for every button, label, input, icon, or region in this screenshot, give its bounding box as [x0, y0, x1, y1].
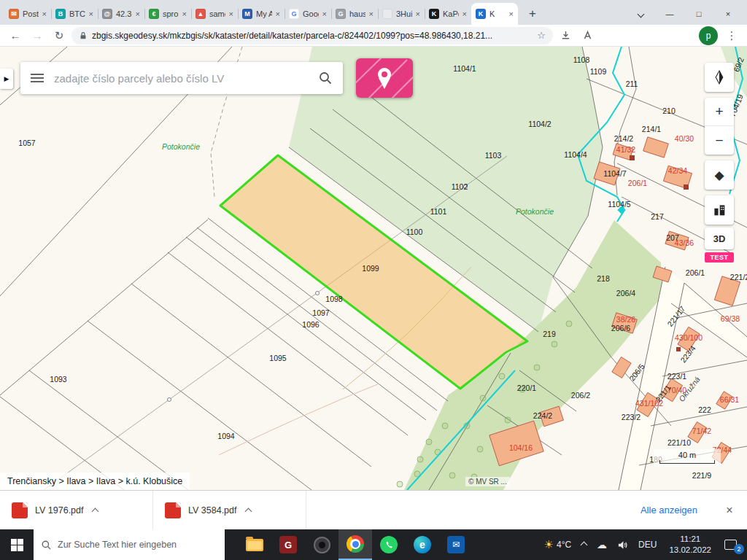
tab-close-button[interactable]: × — [416, 9, 420, 18]
onedrive-button[interactable]: ☁ — [592, 529, 612, 560]
tab-close-button[interactable]: × — [182, 9, 187, 18]
scale-label: 40 m — [678, 451, 696, 459]
tab-favicon-icon: @ — [102, 9, 112, 19]
tab-title: My A — [256, 9, 272, 18]
browser-tab[interactable]: BBTC (× — [51, 3, 98, 25]
show-all-downloads-button[interactable]: Alle anzeigen — [626, 491, 712, 529]
g-app-button[interactable]: G — [271, 529, 305, 560]
map-parcel-label: 219 — [543, 330, 556, 338]
map-parcel-label: 223/1 — [667, 372, 686, 381]
tab-search-button[interactable] — [626, 3, 655, 25]
address-bar[interactable]: zbgis.skgeodesy.sk/mkzbgis/sk/kataster/d… — [71, 27, 553, 44]
windows-logo-icon — [11, 539, 23, 551]
tab-title: same — [209, 9, 225, 18]
window-minimize-button[interactable]: — — [655, 3, 684, 25]
browser-tab[interactable]: MMy A× — [238, 3, 285, 25]
taskbar-search[interactable] — [34, 529, 225, 560]
three-d-button[interactable]: 3D — [705, 228, 734, 249]
new-tab-button[interactable]: + — [522, 4, 543, 24]
layers-button[interactable]: ◆ — [705, 160, 734, 190]
browser-tab[interactable]: 3Hui× — [378, 3, 425, 25]
map-parcel-label: 1094 — [217, 432, 235, 440]
browser-tab[interactable]: €spros× — [144, 3, 191, 25]
tab-title: 42.36 — [116, 9, 132, 18]
translate-button[interactable] — [578, 26, 597, 45]
tab-close-button[interactable]: × — [322, 9, 327, 18]
tab-favicon-icon: K — [429, 9, 439, 19]
browser-tab[interactable]: GGoog× — [285, 3, 331, 25]
browser-tab[interactable]: KKaPo× — [425, 3, 471, 25]
chrome-button[interactable] — [338, 529, 372, 560]
tab-title: Goog — [303, 9, 319, 18]
bookmark-star-icon[interactable]: ☆ — [537, 30, 546, 41]
tab-close-button[interactable]: × — [369, 9, 374, 18]
tab-close-button[interactable]: × — [229, 9, 233, 18]
tab-close-button[interactable]: × — [509, 9, 514, 18]
edge-icon: e — [414, 536, 431, 553]
tray-expand-button[interactable] — [576, 529, 592, 560]
map-parcel-label: 1109 — [590, 67, 607, 76]
download-expand-button[interactable] — [91, 501, 99, 520]
parcel-search-bar[interactable] — [20, 62, 343, 94]
volume-button[interactable] — [612, 529, 633, 560]
map-canvas[interactable]: 1057Potokončie10931094109510961097109810… — [0, 47, 747, 490]
browser-tab[interactable]: Ghausl× — [331, 3, 378, 25]
download-item[interactable]: LV 1976.pdf — [0, 491, 153, 529]
basemap-switcher-thumbnail[interactable] — [356, 58, 413, 98]
map-attribution: © MV SR ... — [465, 477, 510, 486]
window-controls: — □ × — [626, 3, 743, 25]
tab-title: Poste — [23, 9, 39, 18]
parcel-search-input[interactable] — [54, 72, 308, 85]
zoom-in-button[interactable]: + — [705, 98, 734, 126]
window-maximize-button[interactable]: □ — [684, 3, 713, 25]
system-tray: ☀ 4°C ☁ DEU 11:21 13.02.2022 2 — [539, 529, 747, 560]
forward-button[interactable]: → — [28, 26, 47, 45]
back-button[interactable]: ← — [6, 26, 25, 45]
window-close-button[interactable]: × — [713, 3, 743, 25]
map-parcel-label: 1104/1 — [453, 64, 476, 73]
camera-app-button[interactable] — [305, 529, 338, 560]
search-icon[interactable] — [318, 71, 333, 85]
map-parcel-label: 214/1 — [642, 125, 661, 133]
whatsapp-button[interactable] — [372, 529, 406, 560]
tab-close-button[interactable]: × — [462, 9, 467, 18]
scale-bracket — [659, 460, 715, 464]
language-indicator[interactable]: DEU — [633, 529, 662, 560]
buildings-toggle-button[interactable] — [705, 195, 734, 225]
mail-app-button[interactable]: ✉ — [439, 529, 473, 560]
tab-close-button[interactable]: × — [42, 9, 47, 18]
tab-close-button[interactable]: × — [89, 9, 93, 18]
compass-button[interactable] — [705, 63, 734, 92]
map-parcel-label: 210 — [662, 106, 676, 115]
edge-button[interactable]: e — [406, 529, 439, 560]
download-item[interactable]: LV 3584.pdf — [153, 491, 306, 529]
map-parcel-label: 1104/5 — [608, 200, 630, 209]
zoom-out-button[interactable]: − — [705, 126, 734, 155]
browser-tab[interactable]: ✉Poste× — [4, 3, 51, 25]
browser-tab[interactable]: KK× — [471, 3, 518, 25]
profile-avatar[interactable]: p — [699, 26, 718, 45]
browser-menu-button[interactable]: ⋮ — [722, 26, 741, 45]
map-parcel-label: 40/30 — [675, 134, 694, 143]
file-explorer-button[interactable] — [238, 529, 271, 560]
start-button[interactable] — [0, 529, 34, 560]
action-center-button[interactable]: 2 — [719, 529, 747, 560]
map-parcel-label: 206/1 — [686, 268, 705, 277]
tab-close-button[interactable]: × — [136, 9, 140, 18]
map-parcel-label: 430/100 — [675, 333, 703, 342]
reload-button[interactable]: ↻ — [50, 26, 69, 45]
tab-close-button[interactable]: × — [276, 9, 280, 18]
whatsapp-icon — [380, 536, 398, 553]
browser-tab[interactable]: ▲same× — [191, 3, 238, 25]
clock[interactable]: 11:21 13.02.2022 — [662, 529, 719, 560]
menu-hamburger-icon[interactable] — [31, 74, 44, 82]
downloads-button[interactable] — [556, 26, 575, 45]
downloads-bar-close-button[interactable]: × — [712, 491, 747, 529]
taskbar-search-input[interactable] — [58, 540, 217, 550]
download-expand-button[interactable] — [244, 501, 252, 520]
browser-tab[interactable]: @42.36× — [98, 3, 144, 25]
map-parcel-label: 211 — [626, 79, 638, 88]
side-panel-toggle[interactable]: ▶ — [0, 69, 13, 89]
tab-title: 3Hui — [396, 9, 412, 18]
weather-widget[interactable]: ☀ 4°C — [539, 529, 577, 560]
